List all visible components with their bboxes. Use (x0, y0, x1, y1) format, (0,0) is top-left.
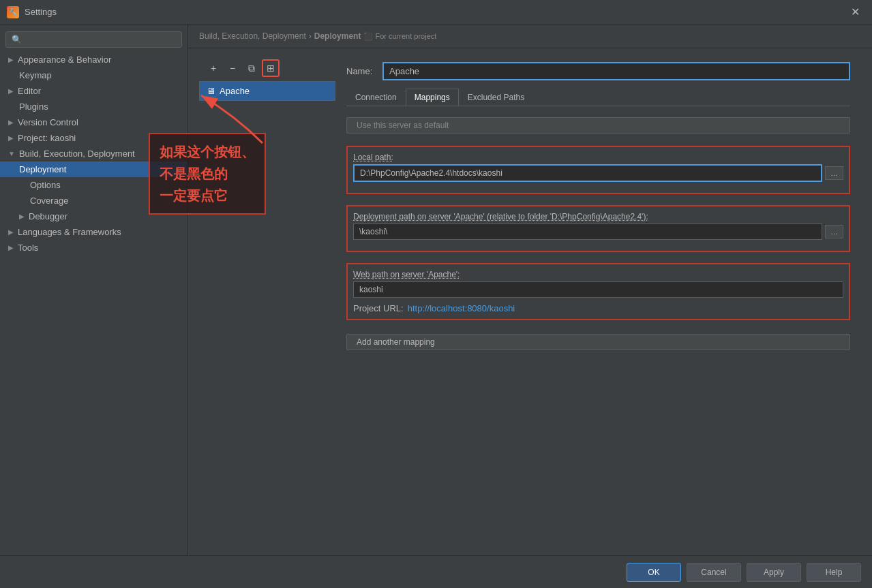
sidebar-item-label: Languages & Frameworks (18, 227, 121, 237)
web-path-section: Web path on server 'Apache': Project URL… (346, 263, 850, 320)
help-button[interactable]: Help (807, 563, 861, 582)
sidebar-item-label: Appearance & Behavior (18, 55, 111, 65)
sidebar-item-label: Build, Execution, Deployment (19, 149, 135, 159)
web-path-input[interactable] (353, 281, 843, 298)
sidebar-item-editor[interactable]: ▶ Editor (0, 83, 187, 99)
sidebar-item-label: Deployment (19, 164, 66, 174)
name-label: Name: (346, 66, 377, 76)
sidebar-item-debugger[interactable]: ▶ Debugger (0, 208, 187, 224)
server-name-input[interactable] (382, 62, 850, 80)
expand-arrow-languages: ▶ (8, 228, 14, 236)
sidebar-item-project[interactable]: ▶ Project: kaoshi (0, 130, 187, 146)
deployment-path-input[interactable] (353, 223, 822, 240)
deployment-path-browse-button[interactable]: ... (825, 225, 843, 238)
sidebar-item-build[interactable]: ▼ Build, Execution, Deployment (0, 146, 187, 161)
title-bar: 🔧 Settings ✕ (0, 0, 872, 25)
main-content: ▶ Appearance & Behavior Keymap ▶ Editor … (0, 25, 872, 555)
add-server-button[interactable]: + (205, 59, 222, 77)
name-row: Name: (346, 62, 850, 80)
sidebar-item-label: Version Control (18, 117, 78, 127)
tab-connection[interactable]: Connection (346, 89, 406, 106)
sidebar-item-label: Project: kaoshi (18, 133, 76, 143)
local-path-browse-button[interactable]: ... (825, 166, 843, 180)
project-url-label: Project URL: (353, 303, 404, 313)
close-button[interactable]: ✕ (845, 3, 865, 21)
breadcrumb-project: ⬛ For current project (363, 32, 436, 41)
project-url-link[interactable]: http://localhost:8080/kaoshi (408, 303, 515, 313)
server-name: Apache (220, 86, 250, 96)
apply-button[interactable]: Apply (747, 563, 801, 582)
sidebar-item-tools[interactable]: ▶ Tools (0, 240, 187, 256)
expand-arrow-project: ▶ (8, 134, 14, 142)
breadcrumb-separator: › (309, 31, 312, 41)
search-input[interactable] (5, 31, 182, 48)
server-item-apache[interactable]: 🖥 Apache (200, 82, 335, 100)
sidebar-item-label: Plugins (19, 102, 48, 112)
copy-icon: ⧉ (177, 165, 182, 174)
sidebar-item-label: Editor (18, 86, 41, 96)
sidebar: ▶ Appearance & Behavior Keymap ▶ Editor … (0, 25, 188, 555)
cancel-button[interactable]: Cancel (687, 563, 741, 582)
app-icon: 🔧 (7, 6, 19, 18)
server-list: 🖥 Apache (199, 81, 335, 101)
add-mapping-button[interactable]: Add another mapping (346, 334, 850, 350)
sidebar-item-version-control[interactable]: ▶ Version Control (0, 114, 187, 130)
expand-arrow-appearance: ▶ (8, 56, 14, 63)
right-panel: Build, Execution, Deployment › Deploymen… (188, 25, 872, 555)
bottom-bar: OK Cancel Apply Help (0, 555, 872, 588)
tab-mappings[interactable]: Mappings (406, 89, 459, 106)
local-path-row: ... (353, 164, 843, 182)
sidebar-item-options[interactable]: Options (0, 177, 187, 193)
remove-server-button[interactable]: − (224, 59, 241, 77)
local-path-label: Local path: (353, 153, 843, 162)
local-path-input[interactable] (353, 164, 822, 182)
title-bar-left: 🔧 Settings (7, 6, 57, 18)
sidebar-item-languages[interactable]: ▶ Languages & Frameworks (0, 224, 187, 240)
sidebar-item-deployment[interactable]: Deployment ⧉ (0, 161, 187, 177)
expand-arrow-editor: ▶ (8, 87, 14, 95)
breadcrumb-path: Build, Execution, Deployment (199, 31, 306, 41)
expand-arrow-vc: ▶ (8, 119, 14, 126)
sidebar-item-label: Options (30, 180, 61, 190)
expand-arrow-tools: ▶ (8, 244, 14, 251)
sidebar-item-appearance[interactable]: ▶ Appearance & Behavior (0, 52, 187, 67)
window-title: Settings (25, 7, 57, 17)
other-server-button[interactable]: ⊞ (262, 59, 280, 77)
detail-panel: + − ⧉ ⊞ 🖥 Apache (188, 48, 872, 555)
deployment-path-row: ... (353, 223, 843, 240)
right-config: Name: Connection Mappings Excluded Paths… (335, 55, 861, 357)
expand-arrow-debugger: ▶ (19, 213, 25, 220)
breadcrumb: Build, Execution, Deployment › Deploymen… (188, 25, 872, 48)
ok-button[interactable]: OK (627, 563, 681, 582)
deployment-path-label: Deployment path on server 'Apache' (rela… (353, 212, 843, 221)
tree-toolbar: + − ⧉ ⊞ (199, 55, 335, 81)
sidebar-item-plugins[interactable]: Plugins (0, 99, 187, 114)
copy-server-button[interactable]: ⧉ (243, 59, 260, 77)
sidebar-item-label: Tools (18, 243, 38, 253)
server-list-container: + − ⧉ ⊞ 🖥 Apache (199, 55, 335, 357)
dialog-body: ▶ Appearance & Behavior Keymap ▶ Editor … (0, 25, 872, 588)
web-path-row (353, 281, 843, 298)
expand-arrow-build: ▼ (8, 150, 15, 157)
split-area: + − ⧉ ⊞ 🖥 Apache (199, 55, 861, 357)
tabs: Connection Mappings Excluded Paths (346, 89, 850, 106)
tab-excluded-paths[interactable]: Excluded Paths (459, 89, 533, 106)
breadcrumb-current: Deployment (314, 31, 361, 41)
sidebar-item-label: Coverage (30, 196, 68, 206)
mapping-section: Local path: ... (346, 146, 850, 194)
web-path-label: Web path on server 'Apache': (353, 270, 843, 279)
deployment-section: Deployment path on server 'Apache' (rela… (346, 205, 850, 252)
server-icon: 🖥 (207, 86, 215, 96)
sidebar-item-label: Debugger (29, 211, 67, 221)
sidebar-item-label: Keymap (19, 70, 52, 80)
sidebar-item-coverage[interactable]: Coverage (0, 193, 187, 208)
default-server-btn[interactable]: Use this server as default (346, 117, 850, 134)
project-url-row: Project URL: http://localhost:8080/kaosh… (353, 303, 843, 313)
sidebar-item-keymap[interactable]: Keymap (0, 67, 187, 83)
